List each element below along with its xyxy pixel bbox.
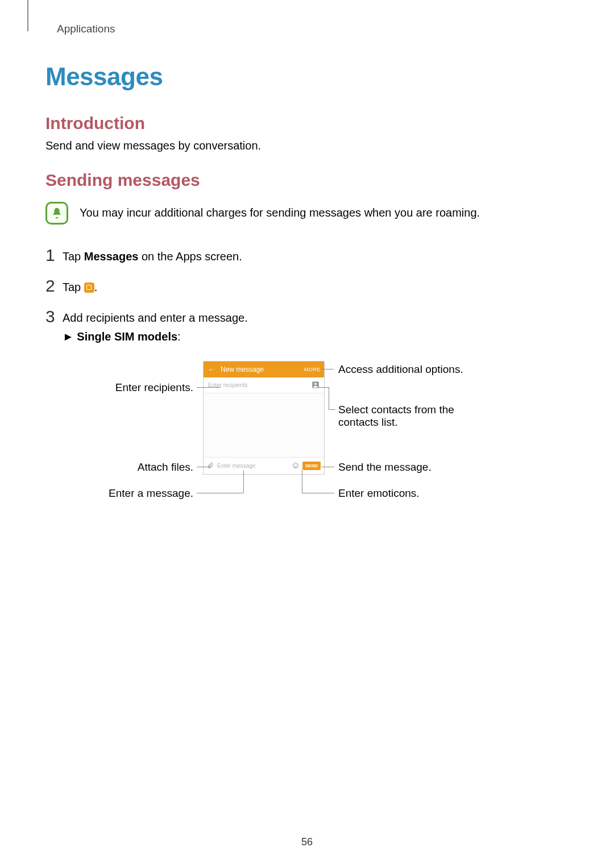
step1-pre: Tap xyxy=(63,250,84,263)
page-tab-mark xyxy=(27,0,28,31)
note-block: You may incur additional charges for sen… xyxy=(45,202,68,225)
step2-pre: Tap xyxy=(63,281,84,293)
paperclip-icon xyxy=(207,461,214,471)
leader-emoticons-h xyxy=(302,493,334,493)
phone-mock: ← New message MORE Enter recipients Ente… xyxy=(203,361,325,475)
step3-text: Add recipients and enter a message. xyxy=(63,312,248,324)
step-number-1: 1 xyxy=(45,246,55,265)
svg-point-3 xyxy=(294,464,295,465)
leader-contacts-h2 xyxy=(329,409,335,410)
back-arrow-icon: ← xyxy=(208,366,215,373)
leader-emoticons-v xyxy=(302,470,302,493)
section-heading-sending: Sending messages xyxy=(45,171,200,190)
step1-post: on the Apps screen. xyxy=(138,250,242,263)
leader-attach xyxy=(197,467,210,467)
callout-attach-files: Attach files. xyxy=(138,461,193,474)
section-heading-introduction: Introduction xyxy=(45,114,145,133)
callout-enter-message: Enter a message. xyxy=(109,487,193,500)
step-3: 3 Add recipients and enter a message. xyxy=(45,312,248,325)
diagram: ← New message MORE Enter recipients Ente… xyxy=(0,361,614,520)
bullet-post: : xyxy=(177,330,181,343)
bell-icon xyxy=(45,202,68,225)
leader-contacts-v xyxy=(329,387,329,410)
phone-title: New message xyxy=(221,366,264,373)
step1-bold: Messages xyxy=(84,250,139,263)
step-2: 2 Tap . xyxy=(45,281,97,294)
leader-recipients xyxy=(197,387,221,388)
step-number-3: 3 xyxy=(45,307,55,326)
phone-send-button: SEND xyxy=(302,462,321,470)
leader-more xyxy=(321,369,334,369)
breadcrumb: Applications xyxy=(57,23,115,35)
bullet-arrow: ► xyxy=(63,330,74,343)
svg-point-4 xyxy=(296,464,297,465)
leader-contacts-h1 xyxy=(318,387,329,388)
phone-header: ← New message MORE xyxy=(204,362,324,377)
callout-contacts: Select contacts from the contacts list. xyxy=(338,404,486,429)
callout-more: Access additional options. xyxy=(338,363,463,376)
intro-body-text: Send and view messages by conversation. xyxy=(45,139,261,152)
compose-icon xyxy=(84,283,94,293)
step2-post: . xyxy=(94,281,98,293)
leader-send xyxy=(322,467,334,467)
manual-page: Applications Messages Introduction Send … xyxy=(0,0,614,868)
phone-input-row: Enter message SEND xyxy=(204,457,324,474)
phone-more-label: MORE xyxy=(304,367,321,372)
svg-point-2 xyxy=(293,463,298,468)
phone-body xyxy=(204,393,324,457)
callout-emoticons: Enter emoticons. xyxy=(338,487,420,500)
sub-bullet-single-sim: ► Single SIM models: xyxy=(63,330,181,343)
emoticon-icon xyxy=(292,461,299,471)
step-1: 1 Tap Messages on the Apps screen. xyxy=(45,250,242,263)
callout-enter-recipients: Enter recipients. xyxy=(115,381,193,394)
svg-point-1 xyxy=(314,383,317,385)
page-title: Messages xyxy=(45,63,163,91)
page-number: 56 xyxy=(0,836,614,848)
leader-enter-msg-h xyxy=(197,493,243,493)
bullet-bold: Single SIM models xyxy=(77,330,177,343)
leader-enter-msg-v xyxy=(243,470,244,493)
step-number-2: 2 xyxy=(45,276,55,296)
phone-message-placeholder: Enter message xyxy=(217,463,289,469)
callout-send: Send the message. xyxy=(338,461,432,474)
note-text: You may incur additional charges for sen… xyxy=(80,206,551,219)
phone-recipients-row: Enter recipients xyxy=(204,377,324,393)
